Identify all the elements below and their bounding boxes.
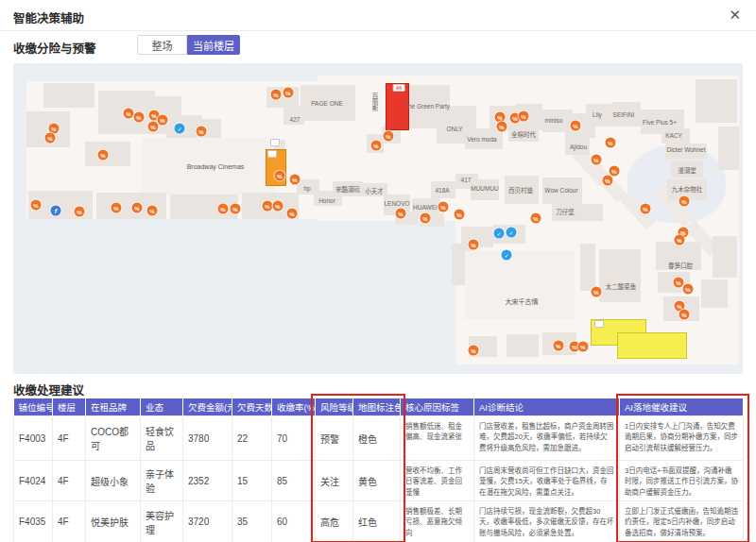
warning-marker-icon[interactable]: % — [147, 206, 158, 216]
warning-marker-icon[interactable]: % — [158, 115, 168, 126]
toggle-whole-mall[interactable]: 整场 — [137, 35, 187, 55]
cell-map_color: 橙色 — [353, 416, 401, 461]
store-label: Wow Colour — [544, 187, 577, 194]
cell-brand: 悦美护肤 — [86, 501, 141, 542]
store-label: Vero moda — [467, 136, 496, 143]
warning-marker-icon[interactable]: % — [284, 88, 294, 98]
cell-diagnosis: 门店周末营收尚可但工作日缺口大，资金回笼慢，欠费15天，收缴率处于临界线，存在潜… — [474, 461, 620, 501]
column-header-risk: 风险等级 — [316, 398, 353, 416]
cell-amount: 3720 — [183, 501, 232, 542]
warning-marker-icon[interactable]: % — [112, 203, 122, 213]
cell-rate: 85 — [272, 461, 316, 501]
cell-diagnosis: 门店营收差，租售比超标，商户资金周转困难，欠费超20天，收缴率偏低，若持续欠费将… — [474, 416, 620, 461]
warning-marker-icon[interactable]: % — [396, 209, 406, 219]
store-label: 九木杂物社 — [672, 184, 703, 194]
cell-floor: 4F — [53, 501, 86, 542]
store-label: ONLY — [446, 126, 462, 132]
warning-marker-icon[interactable]: % — [275, 171, 285, 181]
warning-marker-icon[interactable]: % — [287, 209, 298, 219]
warning-marker-icon[interactable]: % — [132, 203, 143, 213]
store-label: 春笋口腔 — [668, 261, 693, 270]
warning-marker-icon[interactable]: % — [531, 213, 541, 224]
toggle-current-floor[interactable]: 当前楼层 — [187, 35, 240, 55]
warning-marker-icon[interactable]: % — [578, 342, 589, 352]
cell-risk: 关注 — [316, 461, 353, 501]
warning-marker-icon[interactable]: % — [231, 204, 241, 214]
warning-marker-icon[interactable]: % — [98, 150, 109, 161]
cell-days: 35 — [232, 501, 272, 542]
warning-marker-icon[interactable]: % — [134, 112, 145, 123]
table-title: 收缴处理建议 — [13, 381, 84, 398]
store-label: Five Plus 5+ — [643, 119, 677, 126]
cell-days: 15 — [232, 461, 272, 501]
warning-marker-icon[interactable]: % — [455, 210, 465, 220]
cell-amount: 2352 — [183, 461, 232, 501]
store-block — [701, 279, 728, 308]
cell-diagnosis: 门店持续亏损，现金流断裂，欠费超30天，收缴率极低，多次催缴无反馈，存在坏账与撤… — [474, 501, 620, 542]
warning-marker-icon[interactable]: % — [679, 196, 690, 207]
dialog-titlebar: 智能决策辅助 ✕ — [0, 0, 756, 31]
warning-marker-icon[interactable]: % — [271, 90, 282, 100]
warning-marker-icon[interactable]: % — [497, 122, 507, 132]
warning-marker-icon[interactable]: % — [554, 341, 564, 351]
highlight-yellow-store[interactable] — [617, 332, 687, 359]
cell-risk: 预警 — [316, 416, 353, 461]
store-label: Broadway Cinemas — [187, 163, 245, 170]
warning-marker-icon[interactable]: % — [610, 166, 620, 177]
warning-marker-icon[interactable]: % — [592, 287, 602, 297]
column-header-brand: 在租品牌 — [86, 398, 141, 416]
warning-marker-icon[interactable]: % — [371, 141, 382, 151]
store-block — [578, 204, 603, 221]
cell-map_color: 黄色 — [353, 461, 401, 501]
warning-marker-icon[interactable]: % — [197, 127, 207, 137]
warning-marker-icon[interactable]: % — [592, 155, 602, 165]
warning-marker-icon[interactable]: % — [75, 207, 85, 217]
warning-marker-icon[interactable]: % — [384, 131, 394, 142]
close-icon[interactable]: ✕ — [729, 7, 741, 24]
info-marker-icon[interactable]: f — [51, 206, 61, 216]
warning-marker-icon[interactable]: % — [675, 235, 685, 246]
warning-marker-icon[interactable]: % — [31, 200, 42, 211]
cell-days: 22 — [232, 416, 272, 461]
store-label: The Green Party — [404, 103, 450, 110]
store-block — [465, 251, 575, 319]
warning-marker-icon[interactable]: % — [606, 138, 616, 148]
warning-marker-icon[interactable]: % — [641, 204, 651, 214]
warning-marker-icon[interactable]: % — [438, 202, 449, 212]
warning-marker-icon[interactable]: % — [469, 240, 479, 250]
warning-marker-icon[interactable]: % — [571, 121, 581, 131]
warning-marker-icon[interactable]: % — [273, 201, 284, 212]
warning-marker-icon[interactable]: % — [679, 310, 690, 320]
info-marker-icon[interactable]: ✓ — [175, 124, 185, 134]
warning-marker-icon[interactable]: % — [263, 201, 273, 212]
warning-marker-icon[interactable]: % — [683, 284, 694, 295]
warning-marker-icon[interactable]: % — [603, 176, 613, 186]
column-header-map_color: 地图标注色 — [353, 398, 401, 416]
store-label: 大宋千古情 — [506, 296, 539, 306]
column-header-rate: 收缴率(%) — [272, 398, 316, 416]
store-block — [507, 334, 539, 357]
warning-marker-icon[interactable]: % — [218, 204, 229, 214]
store-label: KACY — [665, 132, 682, 139]
warning-marker-icon[interactable]: % — [124, 109, 134, 119]
column-header-suggestion: AI落地催收建议 — [620, 398, 744, 416]
warning-marker-icon[interactable]: % — [290, 175, 301, 185]
cell-risk: 高危 — [316, 501, 353, 542]
table-row: F40354F悦美护肤美容护理37203560高危红色销售额极差、长期亏损、恶意… — [14, 501, 744, 542]
info-marker-icon[interactable]: ✓ — [507, 228, 517, 238]
warning-marker-icon[interactable]: % — [148, 122, 159, 132]
warning-marker-icon[interactable]: % — [469, 346, 479, 356]
info-marker-icon[interactable]: ✓ — [502, 250, 512, 261]
cell-category: 亲子体验 — [141, 461, 183, 501]
mall-floor-map: PAGE ONE427百丽斯The Green PartyONLYVero mo… — [13, 63, 743, 374]
info-marker-icon[interactable]: ✓ — [494, 229, 505, 239]
warning-marker-icon[interactable]: % — [45, 133, 56, 144]
table-row: F40034FCOCO都可轻食饮品37802270预警橙色销售额低迷、租金偏高、… — [14, 416, 744, 461]
store-label: 漫潮堂 — [678, 165, 696, 175]
store-label: 小天才 — [365, 186, 384, 195]
store-label: HUAWEI — [413, 204, 438, 211]
warning-marker-icon[interactable]: % — [421, 213, 431, 224]
warning-marker-icon[interactable]: % — [674, 278, 684, 288]
cell-amount: 3780 — [183, 416, 232, 461]
warning-marker-icon[interactable]: % — [519, 111, 529, 122]
